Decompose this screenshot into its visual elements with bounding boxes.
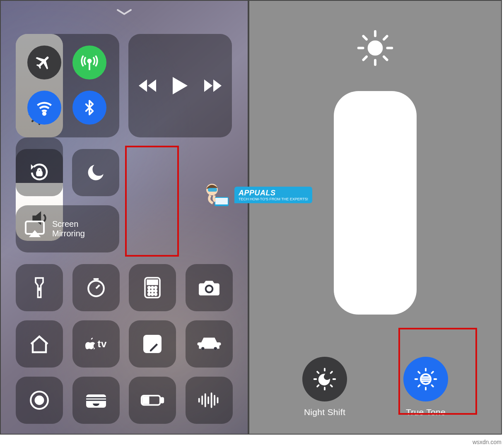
watermark-tagline: TECH HOW-TO'S FROM THE EXPERTS! [239,197,308,202]
attribution-text: wsxdn.com [473,439,502,445]
svg-point-20 [152,287,154,289]
moon-icon [85,162,106,183]
appuals-watermark: APPUALS TECH HOW-TO'S FROM THE EXPERTS! [203,180,312,209]
airplane-mode-toggle[interactable] [27,46,61,79]
timer-button[interactable] [72,264,120,311]
svg-rect-37 [143,397,149,404]
night-shift-label: Night Shift [304,407,345,417]
low-power-button[interactable] [129,377,176,424]
night-shift-toggle[interactable]: Night Shift [289,357,361,417]
screen-mirroring-label: Screen Mirroring [52,219,85,238]
svg-point-22 [148,290,150,292]
rewind-icon [138,79,157,92]
wifi-toggle[interactable] [27,91,61,125]
svg-line-66 [418,372,420,373]
svg-line-59 [331,385,332,387]
svg-point-21 [155,287,157,289]
battery-icon [140,394,164,406]
screen-mirroring-icon [25,221,45,237]
cellular-data-toggle[interactable] [72,46,106,79]
bluetooth-toggle[interactable] [72,91,106,125]
carplay-button[interactable] [186,320,233,368]
svg-line-53 [384,36,387,39]
highlight-brightness-slider [125,146,179,257]
timer-icon [86,277,106,298]
svg-point-1 [43,113,46,115]
svg-point-13 [39,288,41,290]
airplane-icon [35,53,53,72]
svg-line-61 [331,372,332,373]
svg-point-0 [88,60,91,62]
notes-button[interactable] [129,320,176,368]
home-button[interactable] [16,320,63,368]
wallet-button[interactable] [72,377,120,424]
apple-logo-icon [85,338,96,350]
svg-point-30 [201,347,205,351]
svg-line-67 [432,385,433,387]
svg-point-31 [214,347,217,351]
svg-point-33 [36,397,43,404]
control-center-panel: Screen Mirroring [1,1,248,434]
svg-line-50 [363,36,367,39]
play-icon [173,77,188,94]
svg-point-27 [155,293,157,296]
svg-point-23 [152,290,154,292]
play-button[interactable] [173,77,188,94]
notes-icon [142,334,162,354]
orientation-lock-toggle[interactable] [16,149,63,196]
previous-track-button[interactable] [138,79,157,92]
screen-record-button[interactable] [16,377,63,424]
voice-memos-button[interactable] [186,377,233,424]
camera-button[interactable] [186,264,233,311]
brightness-detail-panel: Night Shift True Tone [249,1,501,434]
flashlight-icon [34,276,45,299]
svg-line-60 [317,385,318,387]
apple-tv-button[interactable]: tv [72,320,120,368]
brightness-large-slider[interactable] [334,91,417,315]
chevron-down-icon[interactable] [116,8,133,16]
night-shift-icon [313,367,337,391]
svg-point-26 [152,293,154,296]
camera-icon [198,279,220,296]
sun-icon [357,30,393,66]
svg-point-19 [148,287,150,289]
wifi-icon [35,99,53,117]
svg-line-52 [363,57,367,60]
media-controls-group [128,34,232,137]
svg-point-25 [148,293,150,296]
svg-point-24 [155,290,157,292]
svg-rect-75 [215,198,228,204]
svg-line-58 [317,372,318,373]
rotation-lock-icon [28,161,51,184]
wallet-icon [85,392,107,409]
fast-forward-icon [203,79,222,92]
svg-rect-77 [208,188,217,192]
home-icon [29,334,50,354]
svg-line-69 [432,372,433,373]
screen-mirroring-button[interactable]: Screen Mirroring [16,205,119,252]
screen-record-icon [29,390,50,411]
calculator-button[interactable] [129,264,176,311]
svg-line-68 [418,385,420,387]
do-not-disturb-toggle[interactable] [72,149,119,196]
svg-rect-18 [147,280,157,284]
svg-line-51 [384,57,387,60]
true-tone-toggle[interactable]: True Tone [390,357,462,417]
waveform-icon [198,392,221,409]
svg-line-15 [96,285,99,288]
car-icon [197,336,221,352]
antenna-icon [80,53,99,72]
brightness-header-icon [357,30,393,66]
svg-rect-2 [37,172,41,175]
bluetooth-icon [81,99,98,116]
next-track-button[interactable] [203,79,222,92]
true-tone-icon [414,367,438,391]
calculator-icon [144,277,161,298]
appletv-label: tv [97,338,106,350]
watermark-brand: APPUALS [239,189,308,197]
true-tone-label: True Tone [406,407,446,417]
svg-rect-36 [161,398,164,402]
connectivity-group [16,34,119,137]
svg-point-45 [369,42,382,55]
flashlight-button[interactable] [16,264,63,311]
